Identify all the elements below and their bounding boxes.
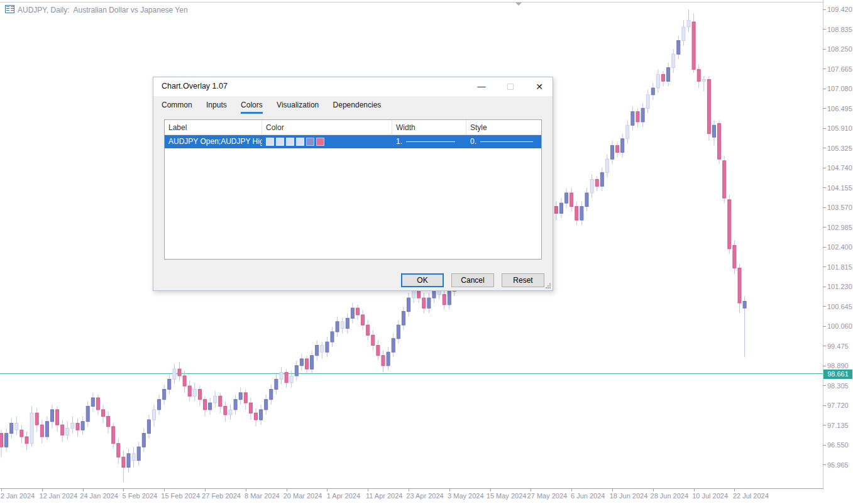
time-axis-tick [490, 488, 491, 491]
tab-common[interactable]: Common [162, 101, 192, 112]
row-width: 1. [392, 135, 466, 148]
price-axis-tick [823, 464, 826, 465]
price-axis-label: 101.815 [827, 263, 852, 271]
maximize-button [498, 77, 523, 96]
color-swatch[interactable] [276, 138, 284, 146]
color-swatch[interactable] [316, 138, 324, 146]
color-swatch[interactable] [286, 138, 294, 146]
price-axis-label: 98.305 [827, 382, 849, 390]
price-axis-tick [823, 207, 826, 208]
row-width-value: 1. [396, 135, 402, 148]
time-axis-label: 15 Feb 2024 [161, 492, 200, 500]
colors-table: Label Color Width Style AUDJPY Open;AUDJ… [164, 119, 542, 260]
price-axis-tick [823, 29, 826, 30]
time-axis-tick [42, 488, 43, 491]
ok-button[interactable]: OK [401, 273, 444, 287]
price-axis-label: 98.890 [827, 362, 849, 370]
price-axis-tick [823, 425, 826, 425]
price-axis-tick [823, 326, 826, 327]
tab-inputs[interactable]: Inputs [206, 101, 227, 112]
time-axis-label: 24 Jan 2024 [80, 492, 118, 500]
time-axis-tick [327, 488, 327, 491]
tab-visualization[interactable]: Visualization [277, 101, 319, 112]
row-color-swatches[interactable] [262, 135, 392, 148]
tab-colors[interactable]: Colors [241, 101, 263, 114]
price-axis-tick [823, 405, 826, 406]
price-axis-label: 108.835 [827, 26, 852, 33]
price-axis-tick [823, 9, 826, 10]
reset-button[interactable]: Reset [502, 273, 544, 287]
time-axis-label: 15 May 2024 [487, 492, 527, 500]
price-axis-label: 97.720 [827, 402, 849, 409]
color-swatch[interactable] [306, 138, 314, 146]
price-axis-label: 100.645 [827, 303, 852, 310]
price-axis-label: 108.250 [827, 45, 852, 53]
time-axis-tick [246, 488, 246, 491]
price-axis-label: 102.400 [827, 243, 852, 251]
dialog-title: Chart.Overlay 1.07 [162, 82, 228, 90]
time-axis-tick [612, 488, 613, 491]
price-axis-tick [823, 108, 826, 109]
time-axis-tick [1, 488, 2, 491]
dialog-titlebar[interactable]: Chart.Overlay 1.07 — ✕ [153, 77, 553, 96]
dialog-tabs: Common Inputs Colors Visualization Depen… [162, 101, 393, 114]
price-axis-label: 109.420 [827, 6, 852, 13]
chart-icon [5, 5, 14, 13]
cancel-button[interactable]: Cancel [451, 273, 494, 287]
time-axis-tick [694, 488, 695, 491]
price-axis-tick [823, 306, 826, 307]
minimize-button[interactable]: — [469, 77, 494, 96]
time-axis-tick [123, 488, 124, 491]
close-button[interactable]: ✕ [527, 77, 552, 96]
column-header-width[interactable]: Width [392, 120, 466, 134]
price-axis-label: 97.135 [827, 422, 849, 429]
time-axis-label: 22 Jul 2024 [733, 492, 769, 500]
table-row[interactable]: AUDJPY Open;AUDJPY Hig... 1. 0. [165, 135, 541, 148]
time-axis-label: 10 Jul 2024 [692, 492, 728, 500]
chart-top-border [0, 2, 823, 3]
time-axis-label: 27 Feb 2024 [202, 492, 241, 500]
price-axis-tick [823, 366, 826, 366]
chart-title: AUDJPY, Daily: Australian Dollar vs Japa… [18, 6, 188, 14]
price-axis-tick [823, 49, 826, 50]
current-price-flag: 98.661 [823, 370, 852, 379]
time-axis-tick [734, 488, 735, 491]
price-axis-label: 102.985 [827, 224, 852, 231]
price-axis-label: 105.910 [827, 124, 852, 132]
time-axis-tick [205, 488, 206, 491]
time-axis-label: 20 Mar 2024 [283, 492, 322, 500]
price-axis-label: 96.550 [827, 441, 849, 449]
price-axis-tick [823, 168, 826, 168]
time-axis-tick [409, 488, 409, 491]
time-axis-label: 1 Apr 2024 [327, 492, 360, 500]
price-axis-label: 100.060 [827, 322, 852, 330]
row-style-value: 0. [470, 135, 476, 148]
width-line-sample [406, 141, 455, 142]
time-axis-label: 28 Jun 2024 [651, 492, 689, 500]
price-axis-tick [823, 287, 826, 287]
row-label: AUDJPY Open;AUDJPY Hig... [165, 135, 262, 148]
tab-dependencies[interactable]: Dependencies [333, 101, 382, 112]
color-swatch[interactable] [266, 138, 274, 146]
row-style: 0. [466, 135, 541, 148]
price-axis-tick [823, 247, 826, 248]
price-axis-tick [823, 187, 826, 188]
time-axis-tick [531, 488, 531, 491]
time-axis-label: 11 Apr 2024 [366, 492, 403, 500]
time-axis-label: 5 Feb 2024 [123, 492, 158, 500]
price-axis-separator [823, 0, 823, 488]
price-axis-tick [823, 385, 826, 386]
resize-grip[interactable] [545, 283, 551, 289]
color-swatch[interactable] [296, 138, 304, 146]
price-axis-label: 99.475 [827, 342, 849, 350]
column-header-color[interactable]: Color [262, 120, 392, 134]
column-header-style[interactable]: Style [466, 120, 541, 134]
chart-overlay-dialog: Chart.Overlay 1.07 — ✕ Common Inputs Col… [153, 77, 553, 291]
chart-shift-marker[interactable] [515, 3, 522, 6]
price-axis-tick [823, 227, 826, 227]
column-header-label[interactable]: Label [165, 120, 262, 134]
table-header: Label Color Width Style [165, 120, 541, 135]
time-axis-label: 2 Jan 2024 [1, 492, 35, 500]
time-axis-tick [164, 488, 165, 491]
time-axis-label: 27 May 2024 [527, 492, 568, 500]
